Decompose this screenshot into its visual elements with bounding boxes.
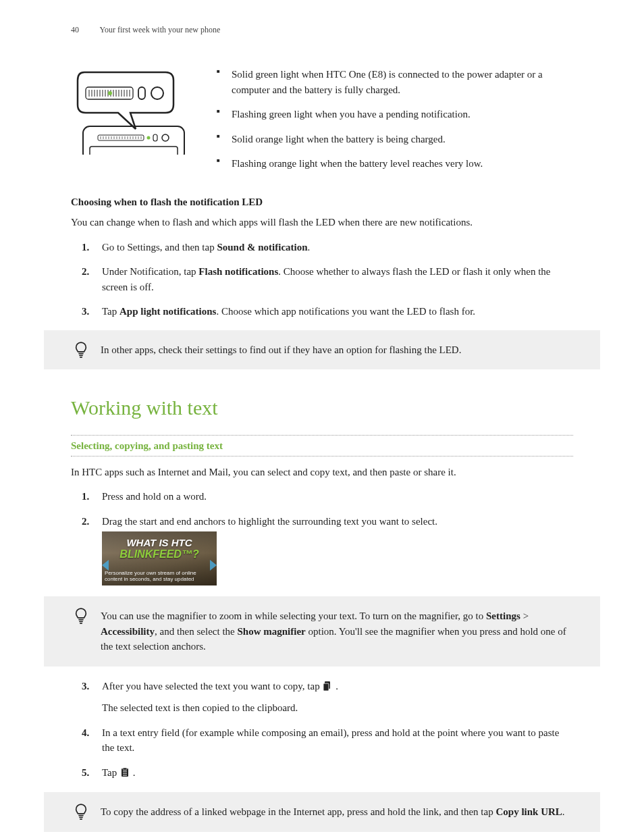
tip-box: In other apps, check their settings to f… (44, 330, 600, 370)
list-item: After you have selected the text you wan… (71, 679, 573, 716)
led-status-list: Solid green light when HTC One (E8) is c… (217, 67, 573, 181)
list-item: Tap . (71, 765, 573, 782)
list-item: Solid green light when HTC One (E8) is c… (217, 67, 573, 97)
text-steps-3-5: After you have selected the text you wan… (71, 679, 573, 782)
chapter-title: Your first week with your new phone (100, 25, 221, 34)
lightbulb-icon (74, 341, 88, 360)
step-subtext: The selected text is then copied to the … (102, 700, 573, 716)
tip-box: You can use the magnifier to zoom in whi… (44, 596, 600, 667)
led-section: Solid green light when HTC One (E8) is c… (71, 67, 573, 181)
tip-text: To copy the address of a linked webpage … (101, 806, 565, 817)
list-item: Go to Settings, and then tap Sound & not… (71, 240, 573, 255)
tip-box: To copy the address of a linked webpage … (44, 792, 600, 832)
list-item: Flashing orange light when the battery l… (217, 156, 573, 172)
led-subheading: Choosing when to flash the notification … (71, 194, 573, 210)
page-number: 40 (71, 24, 79, 36)
list-item: Tap App light notifications. Choose whic… (71, 304, 573, 319)
paste-icon (121, 766, 129, 782)
list-item: Drag the start and end anchors to highli… (71, 514, 573, 586)
banner-line2: BLINKFEED™? (102, 546, 217, 563)
svg-rect-49 (323, 683, 329, 691)
list-item: Under Notification, tap Flash notificati… (71, 264, 573, 294)
tip-text: You can use the magnifier to zoom in whi… (101, 610, 566, 652)
list-item: Solid orange light when the battery is b… (217, 132, 573, 147)
list-item: In a text entry field (for example while… (71, 725, 573, 756)
lightbulb-icon (74, 607, 88, 626)
svg-rect-51 (123, 768, 127, 770)
led-steps-list: Go to Settings, and then tap Sound & not… (71, 240, 573, 319)
copy-icon (323, 680, 331, 696)
lightbulb-icon (74, 803, 88, 822)
svg-point-39 (108, 91, 112, 95)
led-intro-text: You can change when to flash and which a… (71, 215, 573, 230)
svg-rect-1 (90, 147, 178, 155)
banner-subtext: Personalize your own stream of online co… (105, 570, 214, 583)
running-header: 40 Your first week with your new phone (71, 24, 573, 36)
section-title: Working with text (71, 392, 573, 423)
list-item: Flashing green light when you have a pen… (217, 107, 573, 122)
svg-point-19 (147, 136, 151, 140)
subsection-title: Selecting, copying, and pasting text (71, 435, 573, 457)
text-steps-1-2: Press and hold on a word. Drag the start… (71, 489, 573, 585)
phone-led-illustration (71, 67, 192, 181)
list-item: Press and hold on a word. (71, 489, 573, 504)
document-page: 40 Your first week with your new phone (0, 0, 644, 834)
tip-text: In other apps, check their settings to f… (101, 344, 461, 355)
blinkfeed-banner: WHAT IS HTC BLINKFEED™? Personalize your… (102, 531, 217, 585)
text-intro: In HTC apps such as Internet and Mail, y… (71, 465, 573, 480)
